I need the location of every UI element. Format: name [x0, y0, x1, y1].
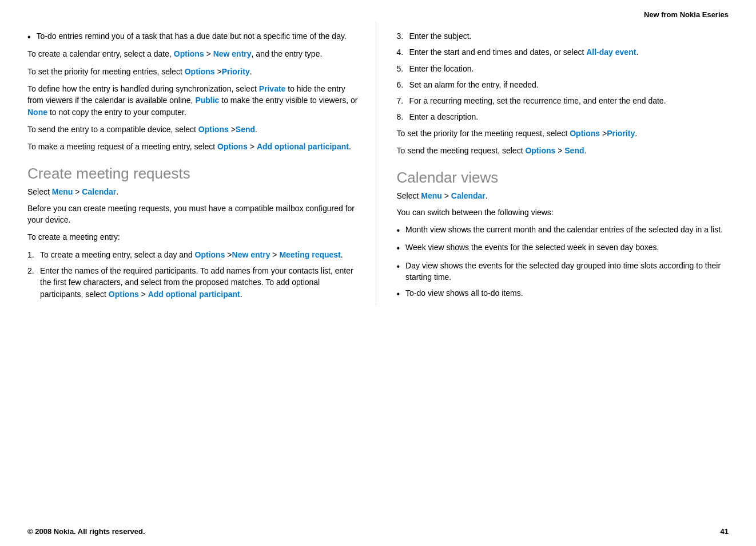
list-text: Enter a description.	[409, 111, 729, 122]
para-after: , and the entry type.	[252, 49, 323, 58]
options-link[interactable]: Options	[217, 142, 248, 151]
list-item: 6. Set an alarm for the entry, if needed…	[397, 79, 729, 90]
menu-link[interactable]: Menu	[421, 191, 442, 200]
bullet-dot: •	[397, 260, 400, 273]
all-day-event-link[interactable]: All-day event	[586, 48, 636, 57]
para-after: to not copy the entry to your computer.	[47, 108, 186, 117]
bullet-dot: •	[397, 224, 400, 237]
sep1: >	[139, 290, 148, 299]
options-link[interactable]: Options	[570, 129, 600, 138]
priority-link[interactable]: Priority	[222, 67, 250, 76]
paragraph-priority-right: To set the priority for the meeting requ…	[397, 128, 729, 139]
text-before: To create a meeting entry, select a day …	[40, 250, 195, 259]
paragraph-priority: To set the priority for meeting entries,…	[27, 66, 360, 77]
bullet-text: Day view shows the events for the select…	[405, 260, 729, 283]
calendar-views-list: • Month view shows the current month and…	[397, 224, 729, 301]
paragraph-meeting-request: To make a meeting request of a meeting e…	[27, 141, 360, 152]
after: .	[116, 187, 118, 196]
bullet-dot: •	[397, 242, 400, 255]
options-link[interactable]: Options	[174, 49, 204, 58]
page-header: New from Nokia Eseries	[0, 0, 756, 22]
paragraph-sync: To define how the entry is handled durin…	[27, 83, 360, 118]
list-text: To create a meeting entry, select a day …	[40, 249, 360, 260]
bullet-text: To-do entries remind you of a task that …	[37, 30, 360, 42]
after: .	[584, 146, 587, 155]
page: New from Nokia Eseries • To-do entries r…	[0, 0, 756, 546]
para-sep: >	[248, 142, 257, 151]
options-link[interactable]: Options	[198, 125, 229, 134]
para-after: .	[250, 67, 252, 76]
none-link[interactable]: None	[27, 108, 47, 117]
list-num: 3.	[397, 30, 409, 42]
send-link[interactable]: Send	[236, 125, 255, 134]
text-before: To send the meeting request, select	[397, 146, 526, 155]
bullet-dot: •	[397, 288, 400, 300]
list-item: 4. Enter the start and end times and dat…	[397, 46, 729, 58]
meeting-request-link[interactable]: Meeting request	[279, 250, 340, 259]
list-num: 1.	[27, 249, 40, 260]
calendar-views-title: Calendar views	[397, 169, 729, 187]
para-sep: >	[204, 49, 213, 58]
list-item: • Week view shows the events for the sel…	[397, 242, 729, 255]
section-select-menu: Select Menu > Calendar.	[27, 186, 360, 197]
para-before: To make a meeting request of a meeting e…	[27, 142, 217, 151]
add-optional-link[interactable]: Add optional participant	[257, 142, 349, 151]
para-after: .	[255, 125, 257, 134]
bullet-text: Week view shows the events for the selec…	[405, 242, 729, 253]
para-before: To define how the entry is handled durin…	[27, 84, 259, 93]
para-before: To send the entry to a compatible device…	[27, 125, 198, 134]
list-item: 3. Enter the subject.	[397, 30, 729, 42]
options-link[interactable]: Options	[195, 250, 225, 259]
para-after: .	[349, 142, 351, 151]
list-item: 1. To create a meeting entry, select a d…	[27, 249, 360, 260]
list-num: 7.	[397, 95, 409, 106]
list-item: • Month view shows the current month and…	[397, 224, 729, 237]
list-item: 2. Enter the names of the required parti…	[27, 265, 360, 300]
options-link[interactable]: Options	[525, 146, 555, 155]
list-text: Enter the start and end times and dates,…	[409, 46, 729, 58]
list-num: 4.	[397, 46, 409, 58]
paragraph-create-entry: To create a calendar entry, select a dat…	[27, 48, 360, 60]
list-num: 5.	[397, 63, 409, 74]
list-num: 2.	[27, 265, 40, 276]
list-text: Enter the location.	[409, 63, 729, 74]
para-text: To set the priority for meeting entries,…	[27, 67, 185, 76]
list-item: • Day view shows the events for the sele…	[397, 260, 729, 283]
list-item: 8. Enter a description.	[397, 111, 729, 122]
text-before: Enter the start and end times and dates,…	[409, 48, 587, 57]
private-link[interactable]: Private	[259, 84, 286, 93]
after: .	[635, 129, 637, 138]
copyright: © 2008 Nokia. All rights reserved.	[27, 527, 145, 536]
sep: >	[442, 191, 451, 200]
text-before: To set the priority for the meeting requ…	[397, 129, 570, 138]
sep: >	[555, 146, 564, 155]
menu-link[interactable]: Menu	[52, 187, 73, 196]
left-column: • To-do entries remind you of a task tha…	[27, 22, 376, 306]
list-item: 7. For a recurring meeting, set the recu…	[397, 95, 729, 106]
calendar-select-menu: Select Menu > Calendar.	[397, 190, 729, 201]
list-text: Enter the subject.	[409, 30, 729, 42]
public-link[interactable]: Public	[195, 96, 219, 105]
para-sep: >	[229, 125, 236, 134]
send-link[interactable]: Send	[564, 146, 584, 155]
calendar-link[interactable]: Calendar	[451, 191, 486, 200]
page-number: 41	[721, 527, 729, 536]
para-mid2: to make the entry visible to viewers, or	[219, 96, 357, 105]
calendar-link[interactable]: Calendar	[82, 187, 116, 196]
new-entry-link[interactable]: New entry	[213, 49, 252, 58]
options-link[interactable]: Options	[109, 290, 139, 299]
right-column: 3. Enter the subject. 4. Enter the start…	[376, 22, 729, 306]
bullet-text: To-do view shows all to-do items.	[405, 287, 729, 299]
after: .	[486, 191, 488, 200]
bullet-dot: •	[27, 31, 31, 43]
section-desc: Before you can create meeting requests, …	[27, 203, 360, 226]
add-optional-link[interactable]: Add optional participant	[148, 290, 240, 299]
list-text: For a recurring meeting, set the recurre…	[409, 95, 729, 106]
priority-link[interactable]: Priority	[607, 129, 635, 138]
list-item: • To-do entries remind you of a task tha…	[27, 30, 360, 43]
sep: >	[73, 187, 82, 196]
to-create-label: To create a meeting entry:	[27, 231, 360, 243]
new-entry-link[interactable]: New entry	[232, 250, 270, 259]
text: Select	[27, 187, 52, 196]
options-link[interactable]: Options	[185, 67, 215, 76]
